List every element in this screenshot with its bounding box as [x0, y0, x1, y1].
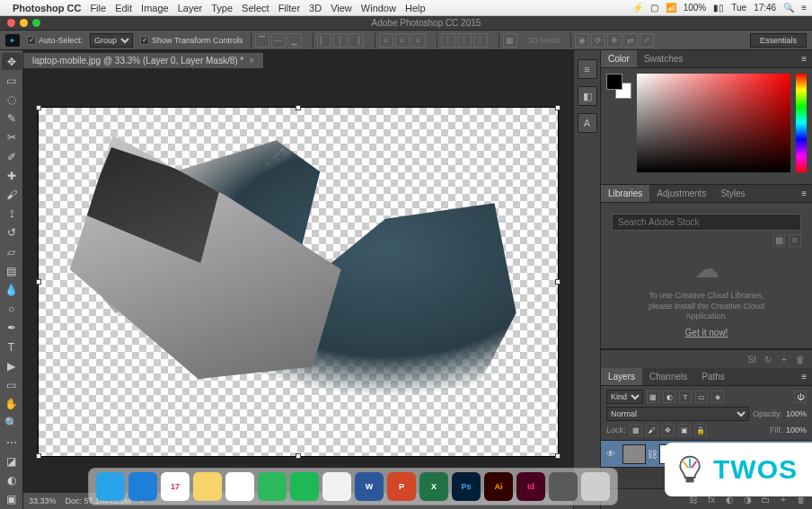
eraser-tool[interactable]: ▱	[2, 243, 22, 260]
tab-adjustments[interactable]: Adjustments	[649, 185, 713, 202]
spotlight-icon[interactable]: 🔍	[783, 3, 794, 13]
align-right-icon[interactable]: ▕	[349, 33, 364, 48]
pen-tool[interactable]: ✒	[2, 320, 22, 337]
auto-select-checkbox[interactable]: ✓Auto-Select:	[27, 36, 83, 45]
dock-photoshop[interactable]: Ps	[452, 472, 481, 501]
mask-link-icon[interactable]: ⛓	[648, 449, 658, 460]
cc-get-it-link[interactable]: Get it now!	[685, 328, 728, 338]
battery-icon[interactable]: ▮▯	[713, 3, 724, 13]
lock-all-icon[interactable]: 🔒	[694, 424, 707, 436]
panel-menu-icon[interactable]: ≡	[796, 50, 812, 67]
menu-select[interactable]: Select	[242, 3, 269, 13]
window-close-button[interactable]	[7, 19, 15, 27]
dock-excel[interactable]: X	[419, 472, 448, 501]
eyedropper-tool[interactable]: ✐	[2, 148, 22, 165]
dock-chrome[interactable]	[322, 472, 351, 501]
stock-icon[interactable]: St	[746, 353, 758, 365]
dock-finder[interactable]	[96, 472, 125, 501]
history-brush-tool[interactable]: ↺	[2, 224, 22, 241]
align-hcenter-icon[interactable]: │	[333, 33, 348, 48]
zoom-level[interactable]: 33.33%	[29, 496, 57, 505]
blend-mode-dropdown[interactable]: Normal	[606, 407, 749, 421]
gradient-tool[interactable]: ▤	[2, 262, 22, 279]
tab-color[interactable]: Color	[601, 50, 637, 67]
show-transform-checkbox[interactable]: ✓Show Transform Controls	[140, 36, 243, 45]
tab-swatches[interactable]: Swatches	[637, 50, 690, 67]
dodge-tool[interactable]: ○	[2, 301, 22, 318]
view-list-icon[interactable]: ≡	[789, 234, 801, 247]
transform-handle[interactable]	[296, 453, 301, 459]
healing-tool[interactable]: ✚	[2, 167, 22, 184]
close-tab-icon[interactable]: ×	[249, 56, 254, 66]
filter-toggle[interactable]: ⏻	[794, 391, 807, 403]
dock-spotify[interactable]	[290, 472, 319, 501]
character-panel-icon[interactable]: A	[578, 113, 597, 133]
dock-preview[interactable]	[549, 472, 578, 501]
notification-center-icon[interactable]: ≡	[801, 3, 807, 13]
window-zoom-button[interactable]	[32, 19, 40, 27]
wifi-icon[interactable]: ⚡	[632, 3, 643, 13]
quick-select-tool[interactable]: ✎	[2, 110, 22, 127]
edit-toolbar[interactable]: ⋯	[2, 434, 22, 451]
history-panel-icon[interactable]: ≡	[578, 59, 597, 79]
dock-illustrator[interactable]: Ai	[484, 472, 513, 501]
transform-handle[interactable]	[296, 105, 301, 110]
properties-panel-icon[interactable]: ◧	[578, 86, 597, 106]
menu-help[interactable]: Help	[405, 3, 426, 13]
transform-handle[interactable]	[555, 279, 560, 285]
zoom-tool[interactable]: 🔍	[2, 415, 22, 432]
delete-icon[interactable]: 🗑	[794, 353, 807, 365]
panel-menu-icon[interactable]: ≡	[796, 368, 812, 385]
hand-tool[interactable]: ✋	[2, 396, 22, 413]
type-tool[interactable]: T	[2, 338, 22, 355]
canvas-viewport[interactable]	[23, 70, 573, 493]
move-tool[interactable]: ✥	[2, 53, 22, 70]
dock-calendar[interactable]: 17	[161, 472, 190, 501]
tab-layers[interactable]: Layers	[601, 368, 642, 385]
shape-tool[interactable]: ▭	[2, 376, 22, 393]
view-grid-icon[interactable]: ▦	[772, 234, 785, 247]
transform-handle[interactable]	[555, 105, 560, 110]
distribute-hcenter-icon[interactable]: ⋮	[457, 33, 472, 48]
dock-trash[interactable]	[581, 472, 610, 501]
dock-notes[interactable]	[193, 472, 222, 501]
align-bottom-icon[interactable]: ▁	[287, 33, 302, 48]
lock-transparent-icon[interactable]: ▦	[630, 424, 642, 436]
path-select-tool[interactable]: ▶	[2, 357, 22, 374]
dock-word[interactable]: W	[355, 472, 384, 501]
document-tab[interactable]: laptop-mobile.jpg @ 33.3% (Layer 0, Laye…	[23, 53, 264, 68]
dock-safari[interactable]	[128, 472, 157, 501]
panel-menu-icon[interactable]: ≡	[796, 185, 812, 202]
distribute-top-icon[interactable]: ≡	[379, 33, 393, 48]
align-vcenter-icon[interactable]: —	[271, 33, 286, 48]
lock-artboard-icon[interactable]: ▣	[678, 424, 691, 436]
transform-handle[interactable]	[36, 105, 41, 110]
opacity-value[interactable]: 100%	[786, 409, 807, 418]
tab-styles[interactable]: Styles	[713, 185, 752, 202]
menu-image[interactable]: Image	[141, 3, 169, 13]
transform-handle[interactable]	[36, 279, 41, 285]
menu-3d[interactable]: 3D	[309, 3, 322, 13]
lock-position-icon[interactable]: ✥	[662, 424, 675, 436]
dock-photos[interactable]	[225, 472, 254, 501]
stamp-tool[interactable]: ⟟	[2, 206, 22, 223]
distribute-vcenter-icon[interactable]: ≡	[395, 33, 410, 48]
tab-channels[interactable]: Channels	[642, 368, 694, 385]
fg-bg-swatch[interactable]: ◪	[2, 452, 22, 470]
menu-layer[interactable]: Layer	[178, 3, 203, 13]
transform-handle[interactable]	[555, 453, 560, 459]
dock-indesign[interactable]: Id	[516, 472, 545, 501]
align-top-icon[interactable]: ▔	[255, 33, 269, 48]
filter-adjustment-icon[interactable]: ◐	[663, 391, 675, 403]
layer-filter-kind[interactable]: Kind	[606, 390, 643, 404]
tab-paths[interactable]: Paths	[694, 368, 732, 385]
hue-slider[interactable]	[796, 74, 807, 172]
filter-pixel-icon[interactable]: ▦	[647, 391, 659, 403]
add-content-icon[interactable]: +	[778, 353, 790, 365]
lock-image-icon[interactable]: 🖌	[646, 424, 658, 436]
marquee-tool[interactable]: ▭	[2, 72, 22, 89]
filter-type-icon[interactable]: T	[679, 391, 692, 403]
filter-smart-icon[interactable]: ◈	[711, 391, 724, 403]
wifi-strength-icon[interactable]: 📶	[666, 3, 676, 13]
airplay-icon[interactable]: ▢	[650, 3, 658, 13]
